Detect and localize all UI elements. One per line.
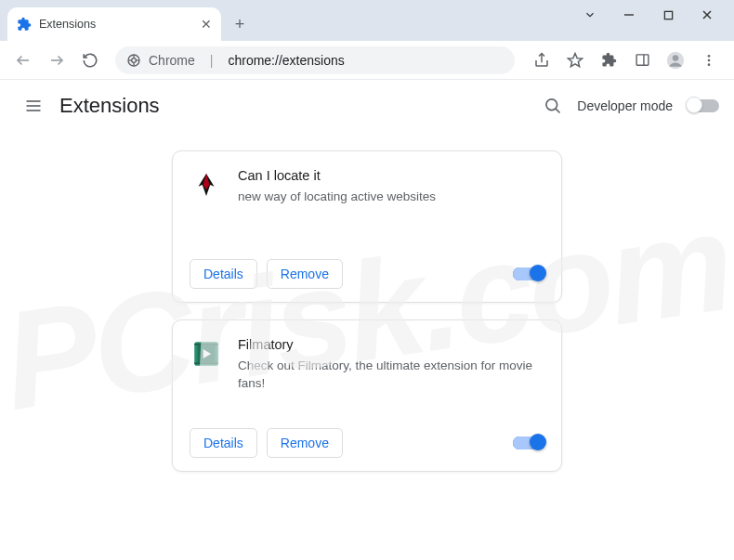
- svg-rect-14: [636, 55, 649, 65]
- new-tab-button[interactable]: +: [227, 11, 253, 37]
- developer-mode-label: Developer mode: [577, 98, 673, 113]
- window-titlebar: Extensions ✕ +: [0, 0, 734, 41]
- page-title: Extensions: [59, 94, 160, 118]
- close-tab-icon[interactable]: ✕: [201, 17, 212, 32]
- tab-title: Extensions: [39, 18, 96, 31]
- puzzle-icon: [17, 17, 32, 32]
- svg-point-24: [546, 99, 557, 111]
- extensions-puzzle-icon[interactable]: [598, 50, 619, 71]
- back-button[interactable]: [9, 46, 37, 74]
- extension-name: Filmatory: [238, 337, 544, 352]
- enable-extension-toggle[interactable]: [513, 436, 544, 449]
- profile-avatar-icon[interactable]: [665, 50, 686, 71]
- details-button[interactable]: Details: [190, 428, 257, 458]
- svg-rect-1: [664, 11, 672, 19]
- hamburger-menu-icon[interactable]: [15, 87, 52, 124]
- svg-point-7: [132, 58, 137, 62]
- minimize-icon[interactable]: [621, 9, 637, 20]
- svg-point-20: [708, 63, 711, 66]
- url-separator: |: [210, 53, 214, 68]
- browser-toolbar: Chrome | chrome://extensions: [0, 41, 734, 80]
- svg-rect-29: [194, 344, 218, 345]
- site-info-icon[interactable]: [126, 53, 141, 68]
- search-icon[interactable]: [544, 97, 562, 115]
- page-header: Extensions Developer mode: [0, 80, 734, 132]
- chevron-down-icon[interactable]: [582, 8, 598, 21]
- maximize-icon[interactable]: [660, 10, 676, 20]
- svg-point-18: [708, 55, 711, 58]
- bookmark-star-icon[interactable]: [565, 50, 585, 71]
- svg-line-25: [556, 109, 560, 113]
- extension-description: Check out Filmatory, the ultimate extens…: [238, 358, 544, 393]
- share-icon[interactable]: [531, 50, 552, 71]
- svg-marker-13: [569, 53, 583, 66]
- reload-button[interactable]: [76, 46, 104, 74]
- extension-card: Filmatory Check out Filmatory, the ultim…: [172, 319, 562, 472]
- url-path: chrome://extensions: [228, 53, 344, 68]
- extension-name: Can I locate it: [238, 168, 544, 183]
- url-scheme: Chrome: [149, 53, 195, 68]
- remove-button[interactable]: Remove: [267, 428, 343, 458]
- extension-description: new way of locating active websites: [238, 189, 544, 206]
- developer-mode-toggle[interactable]: [688, 99, 719, 112]
- close-window-icon[interactable]: [699, 9, 715, 20]
- forward-button[interactable]: [43, 46, 71, 74]
- enable-extension-toggle[interactable]: [513, 267, 544, 280]
- window-controls: [582, 0, 734, 41]
- sidepanel-icon[interactable]: [632, 50, 652, 71]
- extension-card: Can I locate it new way of locating acti…: [172, 150, 562, 303]
- remove-button[interactable]: Remove: [267, 259, 343, 289]
- details-button[interactable]: Details: [190, 259, 257, 289]
- svg-rect-30: [194, 362, 218, 364]
- extensions-list: PCrisk.com Can I locate it new way of lo…: [0, 132, 734, 490]
- svg-point-19: [708, 59, 711, 61]
- svg-point-17: [673, 55, 679, 61]
- extension-icon: [190, 168, 223, 202]
- browser-tab[interactable]: Extensions ✕: [7, 7, 221, 41]
- address-bar[interactable]: Chrome | chrome://extensions: [115, 46, 515, 74]
- extension-icon: [190, 337, 223, 371]
- kebab-menu-icon[interactable]: [699, 50, 719, 71]
